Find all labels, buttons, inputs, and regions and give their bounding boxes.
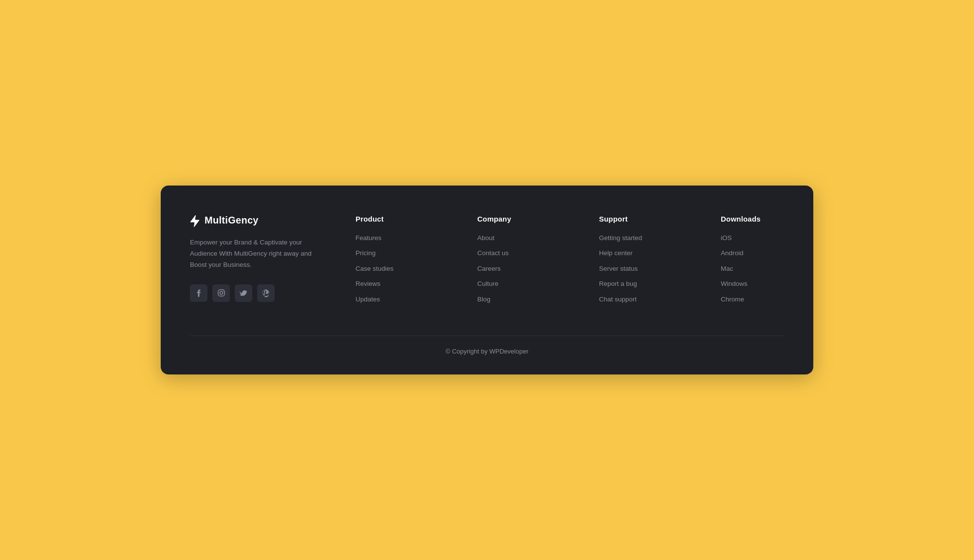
footer-columns: Product Features Pricing Case studies Re… (356, 215, 784, 312)
product-link-features[interactable]: Features (356, 235, 419, 242)
bolt-icon (190, 215, 200, 226)
svg-point-1 (220, 292, 223, 295)
support-column: Support Getting started Help center Serv… (599, 215, 662, 312)
support-link-getting-started[interactable]: Getting started (599, 235, 662, 242)
footer-copyright: © Copyright by WPDeveloper (190, 348, 784, 355)
product-link-reviews[interactable]: Reviews (356, 280, 419, 287)
support-link-help-center[interactable]: Help center (599, 250, 662, 257)
product-link-pricing[interactable]: Pricing (356, 250, 419, 257)
facebook-icon[interactable] (190, 284, 207, 302)
support-heading: Support (599, 215, 662, 223)
company-link-careers[interactable]: Careers (477, 265, 541, 272)
footer-main: MultiGency Empower your Brand & Captivat… (190, 215, 784, 312)
download-link-android[interactable]: Android (721, 250, 784, 257)
product-link-updates[interactable]: Updates (356, 296, 419, 303)
support-link-server-status[interactable]: Server status (599, 265, 662, 272)
svg-point-2 (223, 291, 224, 292)
brand-tagline: Empower your Brand & Captivate your Audi… (190, 237, 326, 271)
downloads-column: Downloads iOS Android Mac Windows Chrome (721, 215, 784, 312)
twitter-icon[interactable] (235, 284, 252, 302)
footer-divider (190, 336, 784, 336)
social-icons-group (190, 284, 326, 302)
brand-logo: MultiGency (190, 215, 326, 226)
company-link-about[interactable]: About (477, 235, 541, 242)
instagram-icon[interactable] (212, 284, 230, 302)
product-heading: Product (356, 215, 419, 223)
company-link-culture[interactable]: Culture (477, 280, 541, 287)
download-link-windows[interactable]: Windows (721, 280, 784, 287)
company-link-blog[interactable]: Blog (477, 296, 541, 303)
support-link-report-bug[interactable]: Report a bug (599, 280, 662, 287)
footer-container: MultiGency Empower your Brand & Captivat… (161, 186, 813, 375)
brand-name: MultiGency (205, 215, 259, 226)
download-link-chrome[interactable]: Chrome (721, 296, 784, 303)
company-column: Company About Contact us Careers Culture… (477, 215, 541, 312)
product-column: Product Features Pricing Case studies Re… (356, 215, 419, 312)
downloads-heading: Downloads (721, 215, 784, 223)
company-heading: Company (477, 215, 541, 223)
footer-brand: MultiGency Empower your Brand & Captivat… (190, 215, 326, 312)
product-link-case-studies[interactable]: Case studies (356, 265, 419, 272)
download-link-ios[interactable]: iOS (721, 235, 784, 242)
company-link-contact[interactable]: Contact us (477, 250, 541, 257)
support-link-chat-support[interactable]: Chat support (599, 296, 662, 303)
download-link-mac[interactable]: Mac (721, 265, 784, 272)
pinterest-icon[interactable] (257, 284, 275, 302)
